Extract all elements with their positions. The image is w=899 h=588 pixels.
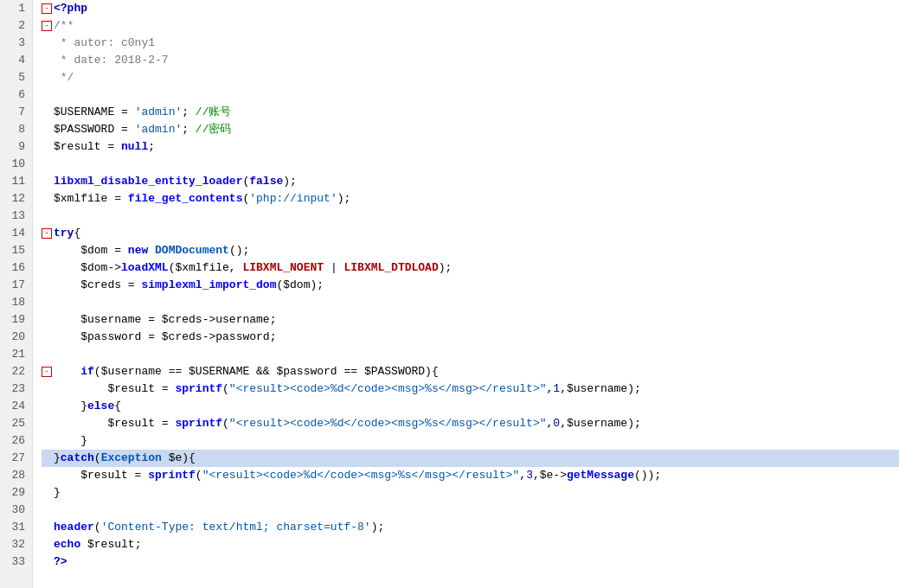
ln-32: 32	[7, 536, 25, 553]
code-line-7: $USERNAME = 'admin'; //账号	[42, 104, 899, 121]
ln-11: 11	[7, 173, 25, 190]
ln-5: 5	[7, 69, 25, 86]
ln-7: 7	[7, 104, 25, 121]
code-line-33: ?>	[42, 553, 899, 571]
ln-17: 17	[7, 277, 25, 294]
ln-3: 3	[7, 35, 25, 52]
code-line-25: $result = sprintf("<result><code>%d</cod…	[42, 415, 899, 432]
code-line-30	[42, 502, 899, 519]
ln-33: 33	[7, 553, 25, 571]
ln-4: 4	[7, 52, 25, 69]
code-line-14: - try{	[42, 225, 899, 242]
code-content-area[interactable]: - <?php - /** * autor: c0ny1 * date: 201…	[33, 0, 899, 588]
code-line-17: $creds = simplexml_import_dom($dom);	[42, 277, 899, 294]
ln-31: 31	[7, 519, 25, 536]
code-line-26: }	[42, 432, 899, 450]
code-line-23: $result = sprintf("<result><code>%d</cod…	[42, 380, 899, 398]
code-line-11: libxml_disable_entity_loader(false);	[42, 173, 899, 190]
code-line-16: $dom->loadXML($xmlfile, LIBXML_NOENT | L…	[42, 259, 899, 277]
ln-2: 2	[7, 17, 25, 35]
ln-12: 12	[7, 190, 25, 208]
ln-15: 15	[7, 242, 25, 259]
ln-8: 8	[7, 121, 25, 138]
code-line-4: * date: 2018-2-7	[42, 52, 899, 69]
ln-23: 23	[7, 380, 25, 398]
ln-26: 26	[7, 432, 25, 450]
ln-13: 13	[7, 208, 25, 225]
code-editor: 1 2 3 4 5 6 7 8 9 10 11 12 13 14 15 16 1…	[0, 0, 899, 588]
code-line-31: header('Content-Type: text/html; charset…	[42, 519, 899, 536]
code-line-22: - if($username == $USERNAME && $password…	[42, 363, 899, 380]
code-line-8: $PASSWORD = 'admin'; //密码	[42, 121, 899, 138]
ln-16: 16	[7, 259, 25, 277]
code-line-20: $password = $creds->password;	[42, 329, 899, 346]
code-line-32: echo $result;	[42, 536, 899, 553]
line-number-gutter: 1 2 3 4 5 6 7 8 9 10 11 12 13 14 15 16 1…	[0, 0, 33, 588]
fold-icon-14[interactable]: -	[42, 228, 52, 239]
code-line-2: - /**	[42, 17, 899, 35]
ln-18: 18	[7, 294, 25, 311]
code-line-27: }catch(Exception $e){	[42, 450, 899, 467]
ln-24: 24	[7, 398, 25, 415]
ln-14: 14	[7, 225, 25, 242]
code-line-24: }else{	[42, 398, 899, 415]
ln-19: 19	[7, 311, 25, 329]
fold-icon-1[interactable]: -	[42, 3, 52, 14]
code-line-18	[42, 294, 899, 311]
fold-icon-2[interactable]: -	[42, 21, 52, 31]
ln-1: 1	[7, 0, 25, 17]
ln-6: 6	[7, 86, 25, 104]
code-line-28: $result = sprintf("<result><code>%d</cod…	[42, 467, 899, 484]
code-line-15: $dom = new DOMDocument();	[42, 242, 899, 259]
code-line-9: $result = null;	[42, 138, 899, 156]
ln-22: 22	[7, 363, 25, 380]
ln-20: 20	[7, 329, 25, 346]
code-line-13	[42, 208, 899, 225]
code-line-10	[42, 156, 899, 173]
ln-9: 9	[7, 138, 25, 156]
code-line-29: }	[42, 484, 899, 502]
ln-25: 25	[7, 415, 25, 432]
ln-29: 29	[7, 484, 25, 502]
fold-icon-22[interactable]: -	[42, 367, 52, 377]
ln-10: 10	[7, 156, 25, 173]
ln-28: 28	[7, 467, 25, 484]
code-line-21	[42, 346, 899, 363]
code-line-3: * autor: c0ny1	[42, 35, 899, 52]
ln-27: 27	[7, 450, 25, 467]
code-line-19: $username = $creds->username;	[42, 311, 899, 329]
ln-21: 21	[7, 346, 25, 363]
code-line-6	[42, 86, 899, 104]
code-line-5: */	[42, 69, 899, 86]
ln-30: 30	[7, 502, 25, 519]
code-line-12: $xmlfile = file_get_contents('php://inpu…	[42, 190, 899, 208]
code-line-1: - <?php	[42, 0, 899, 17]
